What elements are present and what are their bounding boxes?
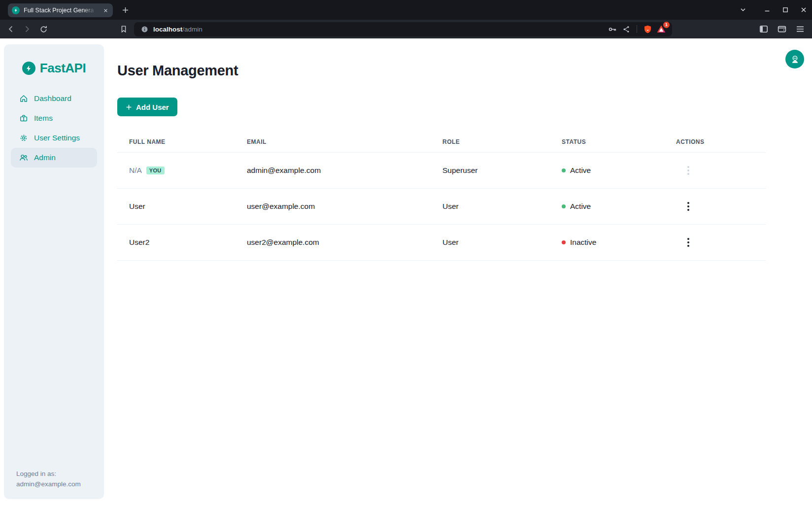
cell-role: User	[431, 238, 550, 247]
briefcase-icon	[19, 114, 28, 123]
brand-name: FastAPI	[40, 61, 86, 76]
col-role: ROLE	[431, 138, 550, 145]
plus-icon	[126, 104, 132, 110]
cell-email: admin@example.com	[235, 166, 431, 175]
table-row: User2 user2@example.com User Inactive	[117, 225, 766, 261]
status-dot	[562, 204, 566, 208]
share-icon[interactable]	[621, 24, 631, 34]
status-dot	[562, 168, 566, 172]
row-actions-kebab-icon[interactable]	[683, 165, 693, 176]
status-label: Inactive	[570, 238, 596, 247]
status-label: Active	[570, 166, 591, 175]
cell-role: User	[431, 202, 550, 211]
users-table: FULL NAME EMAIL ROLE STATUS ACTIONS N/A …	[117, 131, 766, 261]
brave-shield-icon[interactable]	[643, 24, 652, 34]
forward-icon[interactable]	[22, 24, 32, 34]
add-user-button[interactable]: Add User	[117, 98, 177, 116]
row-actions-kebab-icon[interactable]	[683, 201, 693, 212]
table-row: N/A YOU admin@example.com Superuser Acti…	[117, 153, 766, 189]
site-info-icon[interactable]	[139, 24, 149, 34]
browser-titlebar: Full Stack Project Genera	[0, 0, 812, 20]
sidebar-item-label: Admin	[34, 153, 56, 162]
page-content: FastAPI Dashboard Items User Settings Ad…	[0, 38, 812, 505]
back-icon[interactable]	[6, 24, 16, 34]
cell-status: Active	[550, 202, 664, 211]
tab-close-icon[interactable]	[102, 7, 109, 14]
tab-title: Full Stack Project Genera	[24, 7, 99, 14]
cell-actions	[664, 236, 766, 248]
window-close-icon[interactable]	[799, 5, 808, 14]
cell-status: Inactive	[550, 238, 664, 247]
col-status: STATUS	[550, 138, 664, 145]
sidebar-item-items[interactable]: Items	[11, 108, 97, 128]
col-email: EMAIL	[235, 138, 431, 145]
cell-email: user2@example.com	[235, 238, 431, 247]
tab-search-chevron-icon[interactable]	[739, 5, 747, 14]
logged-in-info: Logged in as: admin@example.com	[16, 469, 81, 489]
cell-actions	[664, 201, 766, 212]
divider	[637, 25, 637, 33]
wallet-icon[interactable]	[777, 24, 787, 34]
row-actions-kebab-icon[interactable]	[683, 236, 693, 248]
bookmark-icon[interactable]	[119, 24, 129, 34]
cell-actions	[664, 165, 766, 176]
table-header: FULL NAME EMAIL ROLE STATUS ACTIONS	[117, 131, 766, 153]
cell-email: user@example.com	[235, 202, 431, 211]
status-dot	[562, 240, 566, 244]
sidebar-item-dashboard[interactable]: Dashboard	[11, 89, 97, 108]
sidebar-item-user-settings[interactable]: User Settings	[11, 128, 97, 148]
sidebar-item-label: User Settings	[34, 134, 80, 142]
main-area: User Management Add User FULL NAME EMAIL…	[117, 38, 812, 505]
sidebar-item-label: Dashboard	[34, 94, 71, 103]
status-label: Active	[570, 202, 591, 211]
brand: FastAPI	[4, 61, 104, 76]
col-full-name: FULL NAME	[117, 138, 235, 145]
sidebar-panel-icon[interactable]	[759, 24, 769, 34]
browser-toolbar: localhost/admin 1	[0, 20, 812, 38]
home-icon	[19, 94, 28, 103]
minimize-icon[interactable]	[763, 5, 772, 14]
fastapi-logo-icon	[22, 62, 35, 75]
rewards-count-badge: 1	[663, 22, 670, 28]
maximize-icon[interactable]	[781, 5, 790, 14]
url-text: localhost/admin	[153, 26, 203, 33]
you-badge: YOU	[146, 167, 165, 174]
cell-status: Active	[550, 166, 664, 175]
new-tab-icon[interactable]	[120, 4, 131, 15]
users-icon	[19, 153, 28, 162]
sidebar-nav: Dashboard Items User Settings Admin	[4, 89, 104, 168]
reload-icon[interactable]	[38, 24, 48, 34]
logged-in-label: Logged in as:	[16, 469, 81, 479]
col-actions: ACTIONS	[664, 138, 766, 145]
sidebar-item-admin[interactable]: Admin	[11, 148, 97, 168]
sidebar: FastAPI Dashboard Items User Settings Ad…	[4, 44, 104, 499]
url-bar[interactable]: localhost/admin 1	[134, 22, 672, 36]
gear-icon	[19, 134, 28, 142]
cell-role: Superuser	[431, 166, 550, 175]
cell-full-name: User2	[117, 238, 235, 247]
logged-in-email: admin@example.com	[16, 479, 81, 489]
add-user-label: Add User	[136, 103, 169, 111]
browser-tab[interactable]: Full Stack Project Genera	[8, 3, 113, 17]
password-key-icon[interactable]	[608, 24, 617, 34]
cell-full-name: N/A YOU	[117, 166, 235, 175]
menu-hamburger-icon[interactable]	[795, 24, 805, 34]
url-host: localhost	[153, 26, 182, 33]
fastapi-favicon-icon	[12, 6, 20, 14]
cell-full-name: User	[117, 202, 235, 211]
table-row: User user@example.com User Active	[117, 189, 766, 225]
page-title: User Management	[117, 63, 238, 79]
url-path: /admin	[182, 26, 203, 33]
sidebar-item-label: Items	[34, 114, 53, 123]
